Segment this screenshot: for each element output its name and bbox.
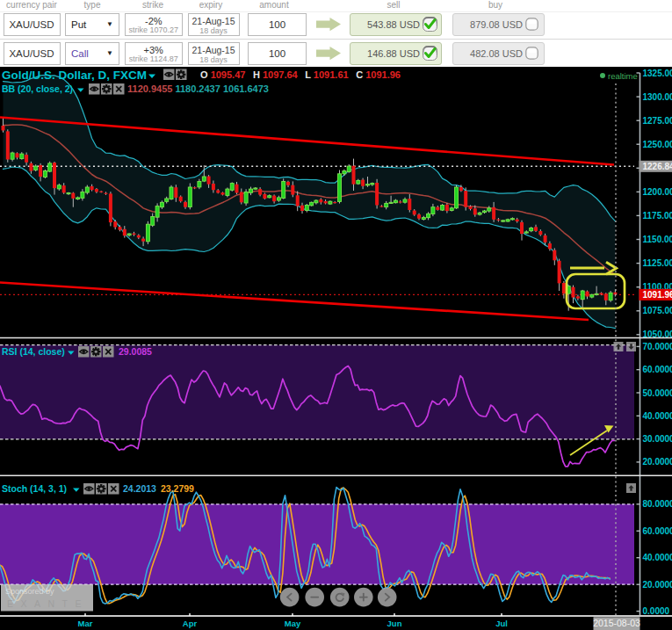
svg-text:1200.00: 1200.00 [643, 187, 672, 197]
svg-text:O 1095.47 H 1097.64 L 1091.6: O 1095.47 H 1097.64 L 1091.61 C 1091.96 [200, 69, 401, 80]
svg-text:RSI (14, close): RSI (14, close) [2, 346, 65, 357]
svg-text:Apr: Apr [183, 619, 198, 628]
svg-text:20.0000: 20.0000 [643, 580, 672, 590]
svg-text:Gold/U.S. Dollar, D, FXCM: Gold/U.S. Dollar, D, FXCM [2, 69, 147, 82]
svg-text:Stoch (14, 3, 1): Stoch (14, 3, 1) [2, 483, 67, 494]
svg-text:24.2013: 24.2013 [123, 483, 156, 494]
svg-text:50.0000: 50.0000 [643, 388, 672, 398]
svg-text:Jun: Jun [387, 619, 402, 628]
svg-text:realtime: realtime [608, 71, 638, 81]
svg-text:1250.00: 1250.00 [643, 140, 672, 149]
svg-text:Jul: Jul [495, 619, 508, 628]
svg-text:Mar: Mar [78, 619, 93, 628]
svg-text:BB (20, close, 2): BB (20, close, 2) [2, 83, 73, 94]
svg-text:0.0000: 0.0000 [643, 606, 670, 616]
svg-text:29.0085: 29.0085 [119, 346, 152, 357]
svg-text:1091.96: 1091.96 [643, 290, 672, 300]
svg-text:80.0000: 80.0000 [643, 499, 672, 509]
svg-text:30.0000: 30.0000 [643, 434, 672, 444]
svg-text:70.0000: 70.0000 [643, 342, 672, 351]
svg-text:40.0000: 40.0000 [643, 411, 672, 421]
svg-text:20.0000: 20.0000 [643, 457, 672, 467]
svg-text:1300.00: 1300.00 [643, 92, 672, 102]
svg-text:1075.00: 1075.00 [643, 306, 672, 315]
svg-text:1325.00: 1325.00 [643, 69, 672, 78]
svg-text:1275.00: 1275.00 [643, 116, 672, 126]
svg-text:May: May [285, 619, 301, 628]
svg-text:Sponsored by: Sponsored by [5, 587, 54, 596]
svg-text:1120.9455 1180.2437 1061.6: 1120.9455 1180.2437 1061.6473 [127, 83, 269, 94]
svg-text:40.0000: 40.0000 [643, 553, 672, 562]
svg-text:23.2799: 23.2799 [161, 483, 194, 494]
svg-text:1125.00: 1125.00 [643, 258, 672, 268]
svg-text:1150.00: 1150.00 [643, 235, 672, 244]
svg-text:EXANTE: EXANTE [7, 598, 89, 609]
svg-text:60.0000: 60.0000 [643, 526, 672, 536]
svg-text:60.0000: 60.0000 [643, 365, 672, 374]
svg-text:2015-08-03: 2015-08-03 [593, 618, 640, 628]
svg-text:1226.84: 1226.84 [643, 162, 672, 171]
svg-text:1175.00: 1175.00 [643, 211, 672, 221]
